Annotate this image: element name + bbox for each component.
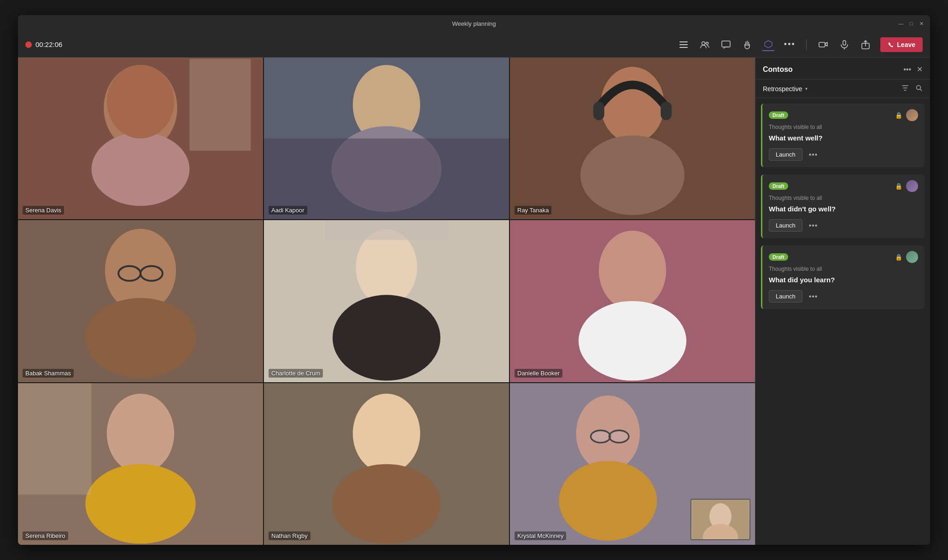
participant-name-3: Ray Tanaka [515, 206, 551, 215]
svg-point-4 [706, 42, 708, 44]
main-content: Serena Davis Aadi Kapoor [18, 58, 930, 545]
svg-rect-7 [843, 41, 846, 45]
launch-button-1[interactable]: Launch [769, 148, 802, 161]
people-icon[interactable] [698, 38, 711, 51]
window-controls: — □ ✕ [898, 20, 925, 27]
timer-display: 00:22:06 [35, 41, 62, 48]
svg-point-43 [353, 393, 420, 473]
video-cell-krystal: Krystal McKinney [510, 383, 755, 545]
video-toggle-icon[interactable] [817, 38, 830, 51]
title-bar: Weekly planning — □ ✕ [18, 15, 930, 32]
participant-name-4: Babak Shammas [23, 369, 74, 378]
svg-point-32 [356, 229, 417, 305]
svg-point-27 [85, 298, 195, 378]
participant-name-5: Charlotte de Crum [269, 369, 323, 378]
apps-icon[interactable] [762, 38, 775, 51]
minimize-button[interactable]: — [898, 20, 904, 27]
chat-icon[interactable] [720, 38, 732, 51]
svg-rect-6 [819, 42, 825, 47]
participant-name-6: Danielle Booker [515, 369, 562, 378]
video-cell-babak-shammas: Babak Shammas [18, 220, 263, 382]
retrospective-label: Retrospective [763, 85, 802, 93]
app-window: Weekly planning — □ ✕ 00:22:06 [18, 15, 930, 545]
launch-button-3[interactable]: Launch [769, 290, 802, 303]
leave-button[interactable]: Leave [880, 37, 923, 52]
card-1-more-button[interactable]: ••• [806, 149, 821, 161]
participant-name-7: Serena Ribeiro [23, 531, 68, 540]
card-1: Draft 🔒 Thoughts visible to all What wen… [761, 104, 925, 167]
card-3-visibility: Thoughts visible to all [769, 266, 918, 272]
svg-rect-5 [722, 41, 730, 47]
panel-title: Contoso [763, 65, 793, 74]
video-cell-serena-davis: Serena Davis [18, 58, 263, 219]
svg-point-40 [85, 464, 195, 543]
card-1-top-right: 🔒 [895, 109, 918, 121]
participant-name-9: Krystal McKinney [515, 531, 566, 540]
card-3-top-right: 🔒 [895, 251, 918, 263]
participant-video-4 [18, 220, 263, 382]
toolbar-actions: ••• [677, 37, 923, 52]
toolbar: 00:22:06 [18, 32, 930, 58]
svg-point-21 [601, 67, 664, 143]
raise-hand-icon[interactable] [741, 38, 754, 51]
svg-rect-24 [661, 102, 672, 120]
subheader-icons [901, 84, 923, 93]
card-1-visibility: Thoughts visible to all [769, 124, 918, 130]
svg-point-47 [559, 461, 657, 541]
svg-point-48 [591, 430, 611, 443]
retrospective-dropdown[interactable]: Retrospective ▾ [763, 85, 808, 93]
card-2-visibility: Thoughts visible to all [769, 195, 918, 201]
card-1-top: Draft 🔒 [769, 109, 918, 121]
card-2-question: What didn't go well? [769, 205, 918, 213]
participant-video-9 [510, 383, 755, 545]
svg-rect-0 [679, 41, 688, 42]
card-3-more-button[interactable]: ••• [806, 291, 821, 303]
svg-point-49 [609, 430, 629, 443]
video-grid: Serena Davis Aadi Kapoor [18, 58, 755, 545]
lock-icon-2: 🔒 [895, 183, 902, 190]
card-1-actions: Launch ••• [769, 148, 918, 161]
share-icon[interactable] [859, 38, 872, 51]
svg-rect-1 [679, 44, 688, 45]
card-3-question: What did you learn? [769, 276, 918, 284]
participant-video-1 [18, 58, 263, 219]
maximize-button[interactable]: □ [908, 20, 914, 27]
draft-badge-2: Draft [769, 182, 788, 190]
mic-toggle-icon[interactable] [838, 38, 851, 51]
participant-name-8: Nathan Rigby [269, 531, 310, 540]
video-cell-charlotte: Charlotte de Crum [264, 220, 509, 382]
recording-status: 00:22:06 [25, 41, 62, 48]
video-cell-danielle: Danielle Booker [510, 220, 755, 382]
more-options-icon[interactable]: ••• [783, 38, 796, 51]
panel-subheader: Retrospective ▾ [755, 80, 930, 98]
card-2-top-left: Draft [769, 182, 788, 190]
participants-icon[interactable] [677, 38, 690, 51]
panel-header: Contoso ••• ✕ [755, 58, 930, 80]
card-3-top-left: Draft [769, 253, 788, 261]
card-1-question: What went well? [769, 134, 918, 142]
svg-point-36 [599, 231, 666, 310]
search-icon[interactable] [915, 84, 923, 93]
video-cell-nathan: Nathan Rigby [264, 383, 509, 545]
video-cell-ray-tanaka: Ray Tanaka [510, 58, 755, 219]
svg-point-44 [333, 464, 440, 543]
filter-icon[interactable] [901, 84, 909, 93]
draft-badge-1: Draft [769, 111, 788, 119]
svg-line-54 [920, 89, 922, 91]
card-2-actions: Launch ••• [769, 219, 918, 232]
video-cell-aadi-kapoor: Aadi Kapoor [264, 58, 509, 219]
panel-more-icon[interactable]: ••• [903, 65, 911, 74]
avatar-1 [906, 109, 918, 121]
video-cell-serena-ribeiro: Serena Ribeiro [18, 383, 263, 545]
card-1-top-left: Draft [769, 111, 788, 119]
launch-button-2[interactable]: Launch [769, 219, 802, 232]
panel-close-icon[interactable]: ✕ [917, 65, 923, 74]
svg-rect-2 [679, 47, 688, 48]
close-button[interactable]: ✕ [918, 20, 925, 27]
participant-name-1: Serena Davis [23, 206, 64, 215]
lock-icon-3: 🔒 [895, 254, 902, 261]
card-2-more-button[interactable]: ••• [806, 220, 821, 232]
card-3: Draft 🔒 Thoughts visible to all What did… [761, 245, 925, 309]
phone-icon [888, 41, 894, 48]
avatar-2 [906, 180, 918, 192]
